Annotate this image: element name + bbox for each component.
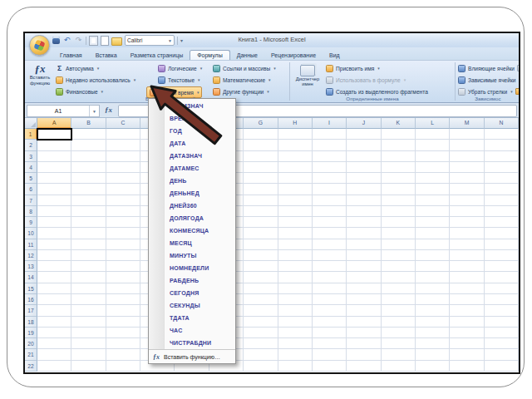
row-header-10[interactable]: 10 — [25, 228, 37, 239]
text-functions-button[interactable]: Текстовые▾ — [158, 75, 200, 85]
cell-M17[interactable] — [450, 305, 484, 316]
cell-B19[interactable] — [71, 328, 106, 338]
cell-G15[interactable] — [244, 283, 278, 294]
cell-J12[interactable] — [347, 250, 381, 261]
cell-I8[interactable] — [313, 206, 347, 217]
redo-icon[interactable]: ↷ — [74, 36, 83, 45]
menu-item-год[interactable]: ГОД — [149, 125, 235, 137]
cell-A9[interactable] — [37, 217, 71, 228]
cell-B14[interactable] — [71, 272, 106, 283]
cell-N10[interactable] — [485, 228, 519, 239]
cell-B10[interactable] — [71, 228, 106, 239]
cell-C7[interactable] — [106, 195, 140, 206]
cell-K17[interactable] — [382, 305, 416, 316]
row-header-22[interactable]: 22 — [25, 361, 37, 372]
cell-L3[interactable] — [416, 151, 450, 162]
cell-A4[interactable] — [37, 162, 71, 173]
cell-M4[interactable] — [450, 162, 484, 173]
cell-A22[interactable] — [37, 361, 71, 372]
cell-B6[interactable] — [71, 184, 106, 195]
cell-L14[interactable] — [416, 272, 450, 283]
insert-function-menu-item[interactable]: ƒx Вставить функцию… — [149, 349, 235, 363]
cell-J11[interactable] — [347, 239, 381, 250]
cell-L20[interactable] — [416, 338, 450, 349]
cell-C11[interactable] — [106, 239, 140, 250]
menu-item-час[interactable]: ЧАС — [149, 324, 235, 337]
column-header-B[interactable]: B — [71, 118, 106, 129]
cell-L19[interactable] — [416, 328, 450, 338]
cell-H20[interactable] — [278, 338, 313, 349]
cell-G21[interactable] — [244, 349, 278, 360]
cell-N8[interactable] — [485, 206, 519, 217]
cell-N15[interactable] — [485, 283, 519, 294]
cell-B22[interactable] — [71, 361, 106, 372]
menu-item-долягода[interactable]: ДОЛЯГОДА — [149, 212, 235, 224]
cell-I13[interactable] — [313, 261, 347, 272]
cell-L22[interactable] — [416, 361, 450, 372]
cell-I7[interactable] — [313, 195, 347, 206]
cell-N19[interactable] — [485, 328, 519, 338]
cell-G16[interactable] — [244, 294, 278, 305]
cell-K4[interactable] — [382, 162, 416, 173]
cell-K12[interactable] — [382, 250, 416, 261]
cell-A7[interactable] — [37, 195, 71, 206]
cell-L17[interactable] — [416, 305, 450, 316]
cell-J3[interactable] — [347, 151, 381, 162]
cell-H19[interactable] — [278, 328, 313, 338]
cell-H7[interactable] — [278, 195, 313, 206]
cell-I9[interactable] — [313, 217, 347, 228]
name-box[interactable]: A1 ▼ — [27, 105, 100, 117]
qat-overflow-icon[interactable]: ▾ — [180, 37, 183, 43]
cell-J2[interactable] — [347, 140, 381, 150]
cell-I1[interactable] — [313, 129, 347, 140]
cell-N2[interactable] — [485, 140, 519, 150]
cell-I20[interactable] — [313, 338, 347, 349]
cell-G5[interactable] — [244, 173, 278, 184]
tab-формулы[interactable]: Формулы — [190, 50, 229, 60]
error-checking-icon[interactable] — [519, 76, 520, 83]
cell-I6[interactable] — [313, 184, 347, 195]
insert-function-button[interactable]: ƒx Вставить функцию — [27, 63, 52, 86]
column-header-G[interactable]: G — [244, 118, 278, 129]
cell-M11[interactable] — [450, 239, 484, 250]
cell-N21[interactable] — [485, 349, 519, 360]
cell-K2[interactable] — [382, 140, 416, 150]
cell-G20[interactable] — [244, 338, 278, 349]
cell-H2[interactable] — [278, 140, 313, 150]
row-header-21[interactable]: 21 — [25, 349, 37, 360]
cell-M21[interactable] — [450, 349, 484, 360]
cell-G10[interactable] — [244, 228, 278, 239]
cell-K19[interactable] — [382, 328, 416, 338]
cell-A16[interactable] — [37, 294, 71, 305]
cell-L10[interactable] — [416, 228, 450, 239]
cell-M22[interactable] — [450, 361, 484, 372]
cell-L7[interactable] — [416, 195, 450, 206]
column-header-M[interactable]: M — [450, 118, 484, 129]
cell-B20[interactable] — [71, 338, 106, 349]
cell-H4[interactable] — [278, 162, 313, 173]
cell-A15[interactable] — [37, 283, 71, 294]
tab-данные[interactable]: Данные — [230, 51, 264, 60]
office-button[interactable] — [29, 35, 50, 56]
row-header-19[interactable]: 19 — [25, 328, 37, 338]
cell-H8[interactable] — [278, 206, 313, 217]
cell-C8[interactable] — [106, 206, 140, 217]
select-all-corner[interactable] — [25, 118, 37, 129]
cell-G14[interactable] — [244, 272, 278, 283]
cell-K16[interactable] — [382, 294, 416, 305]
cell-N6[interactable] — [485, 184, 519, 195]
cell-K11[interactable] — [382, 239, 416, 250]
cell-I11[interactable] — [313, 239, 347, 250]
cell-L9[interactable] — [416, 217, 450, 228]
row-header-15[interactable]: 15 — [25, 283, 37, 294]
row-header-7[interactable]: 7 — [25, 195, 37, 206]
cell-J8[interactable] — [347, 206, 381, 217]
cell-C4[interactable] — [106, 162, 140, 173]
cell-C21[interactable] — [106, 349, 140, 360]
cell-C14[interactable] — [106, 272, 140, 283]
row-header-1[interactable]: 1 — [25, 129, 37, 140]
cell-N12[interactable] — [485, 250, 519, 261]
cell-C6[interactable] — [106, 184, 140, 195]
cell-B13[interactable] — [71, 261, 106, 272]
row-header-12[interactable]: 12 — [25, 250, 37, 261]
